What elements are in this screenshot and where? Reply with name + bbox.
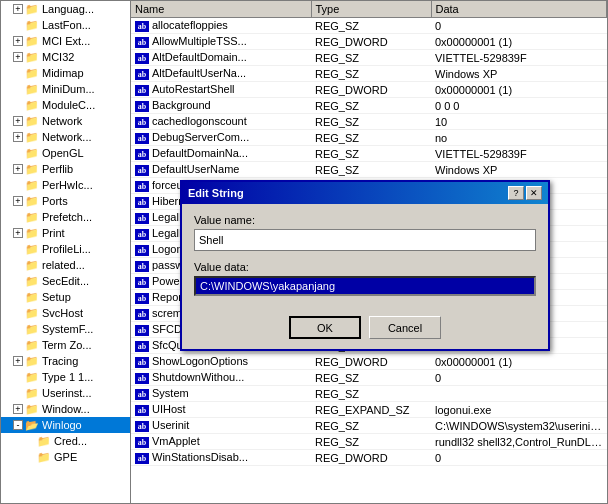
value-data-field: Value data: C:\WINDOWS\yakapanjang: [194, 261, 536, 296]
main-container: +📁Languag...📁LastFon...+📁MCI Ext...+📁MCI…: [0, 0, 608, 504]
dialog-help-button[interactable]: ?: [508, 186, 524, 200]
ok-button[interactable]: OK: [289, 316, 361, 339]
dialog-overlay: Edit String ? ✕ Value name: Value data: …: [0, 0, 608, 504]
dialog-content: Value name: Value data: C:\WINDOWS\yakap…: [182, 204, 548, 316]
dialog-title-buttons: ? ✕: [508, 186, 542, 200]
value-name-field: Value name:: [194, 214, 536, 251]
value-data-input-selected[interactable]: C:\WINDOWS\yakapanjang: [194, 276, 536, 296]
value-name-input[interactable]: [194, 229, 536, 251]
value-data-label: Value data:: [194, 261, 536, 273]
cancel-button[interactable]: Cancel: [369, 316, 441, 339]
edit-string-dialog: Edit String ? ✕ Value name: Value data: …: [180, 180, 550, 351]
dialog-titlebar: Edit String ? ✕: [182, 182, 548, 204]
value-name-label: Value name:: [194, 214, 536, 226]
dialog-footer: OK Cancel: [182, 316, 548, 349]
value-data-text: C:\WINDOWS\yakapanjang: [200, 280, 335, 292]
dialog-title: Edit String: [188, 187, 244, 199]
dialog-close-button[interactable]: ✕: [526, 186, 542, 200]
